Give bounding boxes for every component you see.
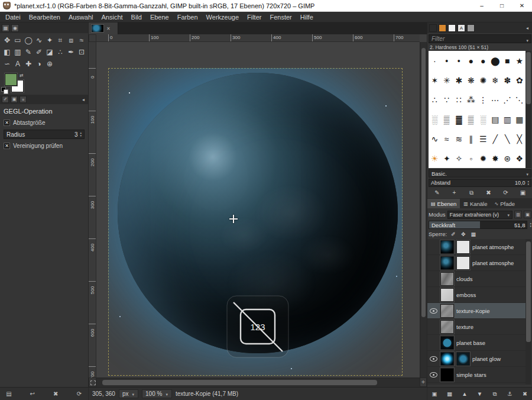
save-tool-options-button[interactable]: ▤	[5, 391, 13, 397]
brushes-dock-tab-icon[interactable]	[429, 24, 437, 32]
eraser-tool[interactable]: ◪	[44, 46, 55, 58]
zoom-tool[interactable]: ⊕	[44, 58, 55, 70]
refresh-brushes-button[interactable]: ⟳	[502, 189, 510, 196]
brush-swatch[interactable]: ⬤	[489, 51, 502, 70]
layer-row[interactable]: planet base	[427, 335, 525, 351]
delete-brush-button[interactable]: ✖	[485, 189, 493, 196]
brush-swatch[interactable]: ⋮	[477, 90, 489, 109]
brush-swatch[interactable]: ❖	[514, 149, 526, 168]
close-button[interactable]: ✕	[512, 0, 532, 11]
lock-position-icon[interactable]: ✥	[459, 231, 467, 237]
brush-swatch[interactable]: ≈	[441, 129, 453, 149]
lock-pixels-icon[interactable]: ✐	[449, 231, 457, 237]
horizontal-scrollbar[interactable]	[96, 378, 420, 387]
image-tab[interactable]: ✕	[89, 22, 118, 34]
vertical-scrollbar[interactable]	[420, 42, 427, 378]
visibility-toggle[interactable]	[429, 259, 438, 267]
spinner-arrows-icon[interactable]	[530, 222, 531, 228]
ruler-corner-button[interactable]	[89, 34, 96, 42]
ellipse-select-tool[interactable]: ◯	[23, 34, 34, 46]
layer-mode-select[interactable]: Faser extrahieren (v)	[447, 211, 512, 219]
transform-tool[interactable]: ⧈	[66, 34, 76, 46]
union-check-option[interactable]: Vereinigung prüfen	[4, 143, 85, 149]
layer-row[interactable]: planet atmosphe	[427, 255, 525, 271]
brush-swatch[interactable]: •	[441, 51, 453, 70]
brush-swatch[interactable]: ╳	[514, 129, 526, 149]
dock-tab[interactable]: ▤ Ebenen	[427, 199, 460, 208]
visibility-toggle[interactable]	[429, 243, 438, 251]
foreground-color-swatch[interactable]	[5, 73, 17, 86]
brush-swatch[interactable]: ☰	[477, 129, 489, 149]
brush-swatch[interactable]: ✧	[453, 149, 465, 168]
brush-swatch[interactable]: ☀	[429, 149, 441, 168]
brush-swatch[interactable]: ⁂	[465, 90, 478, 109]
brush-swatch[interactable]: ╲	[501, 129, 514, 149]
restore-tool-options-button[interactable]: ↩	[28, 391, 37, 397]
spinner-arrows-icon[interactable]	[80, 131, 82, 137]
brush-filter-input[interactable]	[429, 36, 524, 42]
brush-swatch[interactable]: ∷	[453, 90, 465, 109]
anchor-layer-button[interactable]: ⚓	[506, 391, 514, 397]
menu-item[interactable]: Datei	[1, 12, 25, 22]
mode-options-button[interactable]: ▣	[524, 211, 531, 218]
tool-options-dock-tab-icon[interactable]: ✐	[2, 96, 9, 103]
scrollbar-thumb[interactable]	[526, 52, 531, 104]
visibility-toggle[interactable]	[429, 291, 438, 299]
brush-swatch[interactable]: •	[453, 51, 465, 70]
fuzzy-select-tool[interactable]: ✦	[44, 34, 55, 46]
bucket-fill-tool[interactable]: ◧	[2, 46, 12, 58]
radius-spinner[interactable]: Radius 3	[4, 130, 85, 139]
scrollbar-thumb[interactable]	[102, 380, 377, 385]
brush-swatch[interactable]: ░	[429, 109, 441, 129]
maximize-button[interactable]: □	[492, 0, 512, 11]
brush-swatch[interactable]: ●	[465, 51, 478, 70]
sample-size-option[interactable]: Abtastgröße	[4, 120, 85, 126]
image-canvas[interactable]: 123	[108, 68, 403, 376]
brush-swatch[interactable]: ✱	[453, 70, 465, 90]
brush-swatch[interactable]: ⋱	[514, 90, 526, 109]
brush-swatch[interactable]: ▒	[441, 109, 453, 129]
paintbrush-tool[interactable]: ✐	[34, 46, 44, 58]
brush-spacing-slider[interactable]: Abstand 10,0	[429, 179, 531, 187]
brush-swatch[interactable]: ■	[501, 51, 514, 70]
layer-list-scrollbar[interactable]	[525, 239, 531, 385]
duplicate-layer-button[interactable]: ⧉	[491, 391, 499, 398]
dock-menu-button[interactable]: ◂	[524, 25, 530, 31]
new-layer-group-button[interactable]: ▦	[446, 391, 454, 397]
visibility-toggle[interactable]	[429, 355, 438, 363]
minimize-button[interactable]: –	[472, 0, 492, 11]
dock-menu-button[interactable]: ◂	[80, 97, 86, 102]
brush-swatch[interactable]: ∥	[465, 129, 478, 149]
brush-swatch[interactable]: ❄	[489, 70, 502, 90]
new-brush-button[interactable]: +	[450, 189, 459, 196]
menu-item[interactable]: Ansicht	[97, 12, 126, 22]
pencil-tool[interactable]: ✎	[23, 46, 34, 58]
lower-layer-button[interactable]: ▼	[476, 391, 484, 397]
lock-alpha-icon[interactable]: ▦	[469, 231, 477, 237]
gradient-tool[interactable]: ▥	[12, 46, 23, 58]
brush-swatch[interactable]: ✦	[441, 149, 453, 168]
brush-swatch[interactable]: ·	[429, 51, 441, 70]
brush-swatch[interactable]: ❋	[465, 70, 478, 90]
wilber-tab-icon[interactable]: ◉	[11, 24, 19, 32]
ink-tool[interactable]: ✒	[66, 46, 76, 58]
layer-row[interactable]: emboss	[427, 287, 525, 303]
checkbox-icon[interactable]	[4, 143, 10, 149]
layer-row[interactable]: texture-Kopie	[427, 303, 525, 319]
new-layer-button[interactable]: ▣	[430, 391, 439, 397]
brush-swatch[interactable]: ░	[477, 109, 489, 129]
delete-layer-button[interactable]: ✖	[521, 391, 529, 397]
move-tool[interactable]: ✥	[2, 34, 12, 46]
brush-swatch[interactable]: ▒	[465, 109, 478, 129]
fonts-dock-tab-icon[interactable]: A	[458, 24, 465, 32]
heal-tool[interactable]: ✚	[23, 58, 34, 70]
dodge-burn-tool[interactable]: ◑	[34, 58, 44, 70]
layer-row[interactable]: clouds	[427, 271, 525, 287]
free-select-tool[interactable]: ∿	[34, 34, 44, 46]
brush-grid-scrollbar[interactable]	[525, 51, 531, 168]
open-brush-button[interactable]: ▣	[519, 189, 527, 196]
menu-item[interactable]: Ebene	[146, 12, 173, 22]
gradients-dock-tab-icon[interactable]	[448, 24, 456, 32]
raise-layer-button[interactable]: ▲	[460, 391, 469, 397]
brush-swatch[interactable]: ▤	[489, 109, 502, 129]
